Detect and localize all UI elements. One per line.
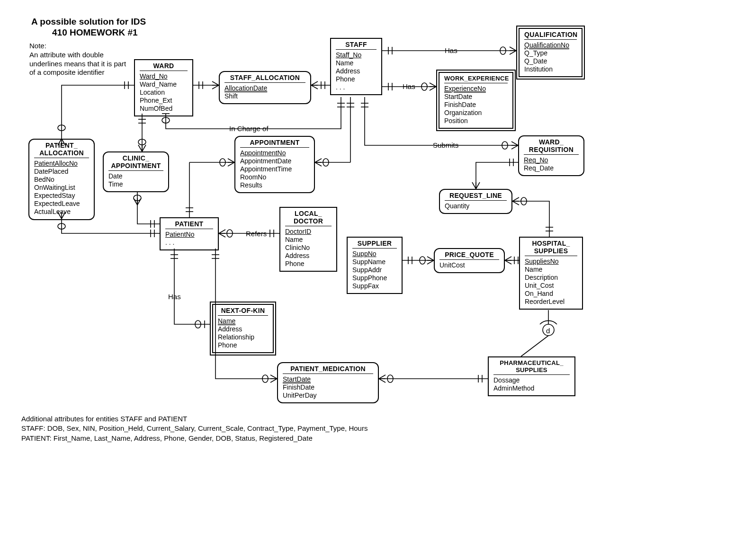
entity-qualification: QUALIFICATION QualificationNo Q_Type Q_D…: [519, 28, 583, 77]
attr: Quantity: [445, 202, 507, 210]
footer-note: Additional attributes for entities STAFF…: [21, 414, 368, 443]
entity-hospital-supplies: HOSPITAL_SUPPLIES SuppliesNo Name Descri…: [519, 237, 583, 310]
attr: Q_Date: [524, 57, 577, 65]
entity-price-quote-attrs: UnitCost: [439, 259, 499, 269]
attr: Q_Type: [524, 49, 577, 57]
entity-request-line-name: REQUEST_LINE: [445, 192, 507, 200]
entity-hospital-supplies-name: HOSPITAL_SUPPLIES: [525, 240, 577, 256]
entity-staff-name: STAFF: [336, 41, 376, 49]
attr: UnitCost: [439, 261, 499, 269]
entity-pharmaceutical-supplies-attrs: Dossage AdminMethod: [493, 374, 570, 392]
attr: ClinicNo: [285, 244, 332, 252]
entity-pharmaceutical-supplies-name: PHARMACEUTICAL_SUPPLIES: [493, 359, 570, 374]
entity-qualification-attrs: QualificationNo Q_Type Q_Date Institutio…: [524, 39, 577, 73]
entity-patient-allocation-attrs: PatientAllocNo DatePlaced BedNo OnWaitin…: [34, 158, 89, 216]
entity-next-of-kin-attrs: Name Address Relationship Phone: [218, 315, 268, 349]
er-diagram-canvas: A possible solution for IDS 410 HOMEWORK…: [0, 0, 753, 560]
rel-label-submits: Submits: [431, 141, 460, 149]
entity-ward-requisition: WARD_REQUISITION Req_No Req_Date: [518, 135, 584, 176]
attr: SuppName: [352, 258, 397, 266]
attr: ExpectedLeave: [34, 200, 89, 208]
attr: On_Hand: [525, 290, 577, 298]
entity-staff-allocation-name: STAFF_ALLOCATION: [224, 74, 305, 82]
attr: OnWaitingList: [34, 184, 89, 192]
attr: Address: [336, 67, 376, 75]
footer-line-1: Additional attributes for entities STAFF…: [21, 414, 368, 424]
entity-patient-allocation-name: PATIENT_ALLOCATION: [34, 142, 89, 158]
attr: ReorderLevel: [525, 298, 577, 306]
attr: Dossage: [493, 376, 570, 384]
attr: Name: [218, 317, 268, 325]
attr: SuppNo: [352, 250, 397, 258]
entity-patient-allocation: PATIENT_ALLOCATION PatientAllocNo DatePl…: [28, 139, 95, 220]
attr: Description: [525, 274, 577, 282]
attr: AppointmentNo: [240, 149, 309, 157]
attr: SuppAddr: [352, 266, 397, 274]
attr: . . .: [336, 83, 376, 91]
entity-clinic-appointment: CLINIC_APPOINTMENT Date Time: [103, 151, 169, 192]
attr: Name: [336, 59, 376, 67]
attr: AdminMethod: [493, 384, 570, 392]
entity-price-quote: PRICE_QUOTE UnitCost: [434, 248, 505, 273]
svg-line-29: [521, 336, 548, 356]
entity-ward-name: WARD: [140, 62, 188, 71]
entity-qualification-name: QUALIFICATION: [524, 31, 577, 39]
diagram-title-2: 410 HOMEWORK #1: [52, 27, 138, 38]
attr: Unit_Cost: [525, 282, 577, 290]
attr: Phone_Ext: [140, 97, 188, 105]
attr: ExpectedStay: [34, 192, 89, 200]
attr: Phone: [336, 75, 376, 83]
attr: Shift: [224, 92, 305, 100]
entity-staff-attrs: Staff_No Name Address Phone . . .: [336, 49, 376, 91]
entity-patient: PATIENT PatientNo . . .: [160, 217, 219, 250]
attr: FinishDate: [444, 101, 508, 109]
attr: AppointmentTime: [240, 165, 309, 173]
entity-patient-name: PATIENT: [165, 220, 213, 229]
rel-label-has-workexp: Has: [401, 82, 417, 90]
attr: Results: [240, 181, 309, 189]
entity-supplier-attrs: SuppNo SuppName SuppAddr SuppPhone SuppF…: [352, 248, 397, 290]
entity-appointment-attrs: AppointmentNo AppointmentDate Appointmen…: [240, 147, 309, 189]
rel-label-refers: Refers: [244, 230, 269, 238]
attr: Req_No: [524, 156, 579, 164]
rel-label-has-qualification: Has: [443, 46, 459, 54]
attr: Address: [285, 252, 332, 260]
entity-supplier-name: SUPPLIER: [352, 240, 397, 248]
attr: Location: [140, 89, 188, 97]
entity-ward-requisition-attrs: Req_No Req_Date: [524, 154, 579, 172]
entity-staff: STAFF Staff_No Name Address Phone . . .: [330, 38, 382, 95]
diagram-note: Note: An attribute with double underline…: [29, 42, 126, 77]
entity-local-doctor: LOCAL_DOCTOR DoctorID Name ClinicNo Addr…: [279, 207, 337, 272]
note-line-1: An attribute with double: [29, 51, 104, 59]
entity-request-line: REQUEST_LINE Quantity: [439, 189, 512, 214]
entity-request-line-attrs: Quantity: [445, 200, 507, 210]
entity-patient-medication-name: PATIENT_MEDICATION: [283, 365, 373, 373]
entity-clinic-appointment-attrs: Date Time: [108, 170, 163, 188]
entity-ward-requisition-name: WARD_REQUISITION: [524, 138, 579, 154]
attr: SuppPhone: [352, 274, 397, 282]
attr: Address: [218, 325, 268, 333]
attr: Ward_No: [140, 72, 188, 80]
entity-staff-allocation: STAFF_ALLOCATION AllocationDate Shift: [219, 71, 311, 104]
attr: SuppliesNo: [525, 258, 577, 266]
entity-price-quote-name: PRICE_QUOTE: [439, 251, 499, 259]
attr: Name: [525, 266, 577, 274]
attr: Organization: [444, 109, 508, 117]
entity-work-experience-attrs: ExperienceNo StartDate FinishDate Organi…: [444, 83, 508, 125]
footer-line-2: STAFF: DOB, Sex, NIN, Position_Held, Cur…: [21, 424, 368, 433]
entity-local-doctor-attrs: DoctorID Name ClinicNo Address Phone: [285, 226, 332, 268]
note-line-3: of a composite identifier: [29, 68, 104, 76]
entity-supplier: SUPPLIER SuppNo SuppName SuppAddr SuppPh…: [347, 237, 403, 294]
attr: DoctorID: [285, 228, 332, 236]
entity-patient-attrs: PatientNo . . .: [165, 229, 213, 247]
attr: Phone: [218, 341, 268, 349]
entity-local-doctor-name: LOCAL_DOCTOR: [285, 210, 332, 226]
rel-label-d: d: [545, 327, 551, 335]
entity-ward: WARD Ward_No Ward_Name Location Phone_Ex…: [134, 59, 193, 116]
attr: PatientNo: [165, 231, 213, 239]
attr: Ward_Name: [140, 80, 188, 89]
rel-label-has-kin: Has: [166, 293, 183, 301]
attr: FinishDate: [283, 383, 373, 391]
attr: RoomNo: [240, 173, 309, 181]
attr: QualificationNo: [524, 41, 577, 49]
